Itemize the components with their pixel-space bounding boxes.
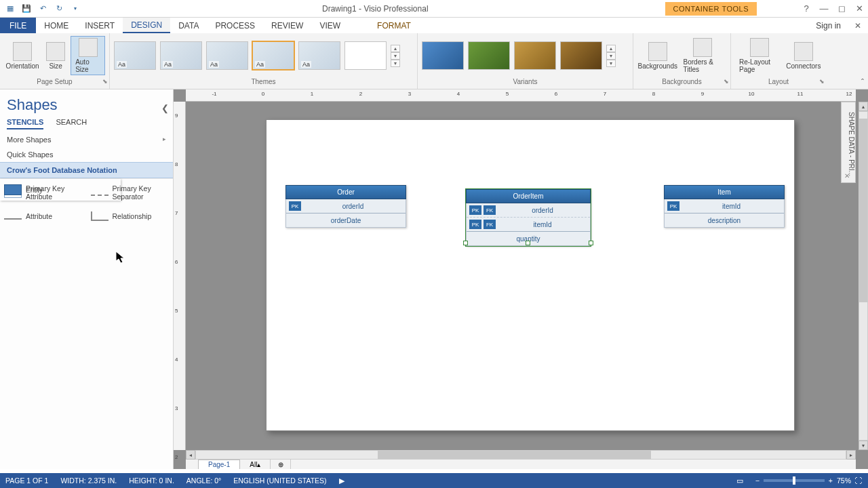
maximize-icon[interactable]: ◻ [833, 0, 850, 18]
theme-item[interactable]: Aa [298, 41, 340, 70]
resize-handle[interactable] [589, 241, 593, 245]
visio-icon[interactable]: ▦ [3, 1, 18, 16]
connectors-button[interactable]: Connectors [785, 41, 822, 71]
collapse-panel-icon[interactable]: ❮ [161, 103, 169, 113]
macro-icon[interactable]: ▶ [339, 476, 344, 485]
launcher-icon[interactable]: ⬊ [102, 78, 108, 85]
entity-header: OrderItem [466, 189, 591, 203]
add-page-icon[interactable]: ⊕ [271, 460, 291, 469]
gallery-up-icon[interactable]: ▴ [606, 45, 616, 52]
tab-process[interactable]: PROCESS [207, 18, 263, 33]
auto-size-button[interactable]: Auto Size [71, 36, 105, 75]
undo-icon[interactable]: ↶ [35, 1, 50, 16]
scroll-down-icon[interactable]: ▾ [859, 441, 868, 450]
status-language[interactable]: ENGLISH (UNITED STATES) [233, 476, 326, 485]
ribbon: Orientation Size Auto Size Page Setup⬊ A… [0, 33, 868, 89]
tab-home[interactable]: HOME [36, 18, 77, 33]
backgrounds-button[interactable]: Backgrounds [637, 41, 678, 71]
tab-data[interactable]: DATA [170, 18, 207, 33]
view-presentation-icon[interactable]: ▭ [736, 476, 743, 485]
scrollbar-horizontal[interactable]: ◂▸ [186, 450, 856, 460]
minimize-icon[interactable]: ― [815, 0, 833, 18]
zoom-control: − + 75% ⛶ [755, 476, 863, 485]
launcher-icon[interactable]: ⬊ [819, 78, 825, 85]
fk-badge: FK [484, 205, 496, 215]
page-tabs: Page-1 All ▴ ⊕ [186, 460, 856, 469]
ruler-vertical: 98765432 [174, 102, 186, 450]
theme-item[interactable]: Aa [114, 41, 156, 70]
fit-page-icon[interactable]: ⛶ [855, 476, 863, 485]
theme-item-selected[interactable]: Aa [252, 41, 294, 70]
shape-entity[interactable]: Entity [0, 179, 121, 201]
resize-handle[interactable] [526, 241, 530, 245]
scrollbar-vertical[interactable]: ▴▾ [859, 102, 868, 450]
zoom-level[interactable]: 75% [837, 476, 851, 485]
page-tab[interactable]: Page-1 [198, 460, 240, 469]
gallery-more-icon[interactable]: ▾ [391, 60, 400, 67]
borders-titles-button[interactable]: Borders & Titles [679, 37, 726, 75]
size-button[interactable]: Size [42, 41, 69, 71]
gallery-up-icon[interactable]: ▴ [391, 45, 400, 52]
tab-insert[interactable]: INSERT [77, 18, 123, 33]
collapse-ribbon-icon[interactable]: ˆ [861, 78, 864, 87]
shape-relationship[interactable]: Relationship [87, 206, 174, 226]
page-tab-all[interactable]: All ▴ [240, 460, 271, 469]
page[interactable]: Order PKorderId orderDate OrderItem PKFK… [266, 119, 795, 431]
close-icon[interactable]: ✕ [844, 172, 850, 180]
orientation-button[interactable]: Orientation [4, 41, 41, 71]
tab-stencils[interactable]: STENCILS [7, 118, 43, 129]
scroll-thumb[interactable] [859, 119, 867, 302]
more-shapes[interactable]: More Shapes [0, 132, 173, 147]
zoom-in-icon[interactable]: + [829, 476, 833, 485]
shape-data-pane[interactable]: SHAPE DATA - PRI...✕ [841, 102, 856, 183]
scroll-left-icon[interactable]: ◂ [186, 450, 195, 460]
help-icon[interactable]: ? [797, 0, 815, 18]
gallery-down-icon[interactable]: ▾ [391, 52, 400, 60]
status-bar: PAGE 1 OF 1 WIDTH: 2.375 IN. HEIGHT: 0 I… [0, 473, 868, 488]
theme-item[interactable]: Aa [206, 41, 248, 70]
variant-item[interactable] [514, 41, 556, 70]
shape-attribute[interactable]: Attribute [0, 206, 87, 226]
save-icon[interactable]: 💾 [19, 1, 34, 16]
tab-search[interactable]: SEARCH [56, 118, 87, 129]
zoom-slider[interactable] [764, 479, 825, 482]
tab-review[interactable]: REVIEW [263, 18, 311, 33]
window-title: Drawing1 - Visio Professional [85, 4, 665, 14]
title-bar: ▦ 💾 ↶ ↻ ▾ Drawing1 - Visio Professional … [0, 0, 868, 18]
quick-shapes[interactable]: Quick Shapes [0, 147, 173, 162]
shapes-panel: Shapes ❮ STENCILS SEARCH More Shapes Qui… [0, 89, 174, 469]
variants-gallery-nav: ▴ ▾ ▾ [606, 45, 616, 67]
theme-item[interactable] [344, 41, 387, 70]
qat-more-icon[interactable]: ▾ [68, 1, 83, 16]
ribbon-close-icon[interactable]: ✕ [848, 18, 868, 33]
close-icon[interactable]: ✕ [850, 0, 868, 18]
variant-item[interactable] [422, 41, 464, 70]
variant-item[interactable] [560, 41, 602, 70]
sign-in-link[interactable]: Sign in [809, 18, 848, 33]
tab-design[interactable]: DESIGN [123, 18, 170, 33]
scroll-right-icon[interactable]: ▸ [846, 450, 856, 460]
entity-order[interactable]: Order PKorderId orderDate [285, 185, 406, 228]
zoom-out-icon[interactable]: − [755, 476, 760, 485]
entity-item[interactable]: Item PKitemId description [664, 185, 785, 228]
resize-handle[interactable] [463, 241, 468, 245]
relayout-button[interactable]: Re-Layout Page [735, 37, 784, 75]
launcher-icon[interactable]: ⬊ [724, 78, 729, 85]
redo-icon[interactable]: ↻ [52, 1, 66, 16]
theme-item[interactable]: Aa [160, 41, 202, 70]
entity-orderitem[interactable]: OrderItem PKFKorderId PKFKitemId quantit… [466, 189, 591, 246]
group-variants-label: Variants [418, 78, 633, 89]
themes-gallery: Aa Aa Aa Aa Aa ▴ ▾ ▾ [114, 41, 400, 70]
tab-format[interactable]: FORMAT [369, 18, 419, 33]
scroll-thumb[interactable] [378, 451, 650, 459]
group-themes-label: Themes [110, 78, 417, 89]
tab-view[interactable]: VIEW [311, 18, 349, 33]
variant-item[interactable] [468, 41, 510, 70]
gallery-more-icon[interactable]: ▾ [606, 60, 616, 67]
gallery-down-icon[interactable]: ▾ [606, 52, 616, 60]
scroll-up-icon[interactable]: ▴ [859, 102, 868, 111]
viewport[interactable]: Order PKorderId orderDate OrderItem PKFK… [186, 102, 856, 450]
stencil-crows-foot[interactable]: Crow's Foot Database Notation [0, 162, 173, 178]
canvas-area: -10123456789101112 98765432 Order PKorde… [174, 89, 868, 469]
tab-file[interactable]: FILE [0, 18, 36, 33]
